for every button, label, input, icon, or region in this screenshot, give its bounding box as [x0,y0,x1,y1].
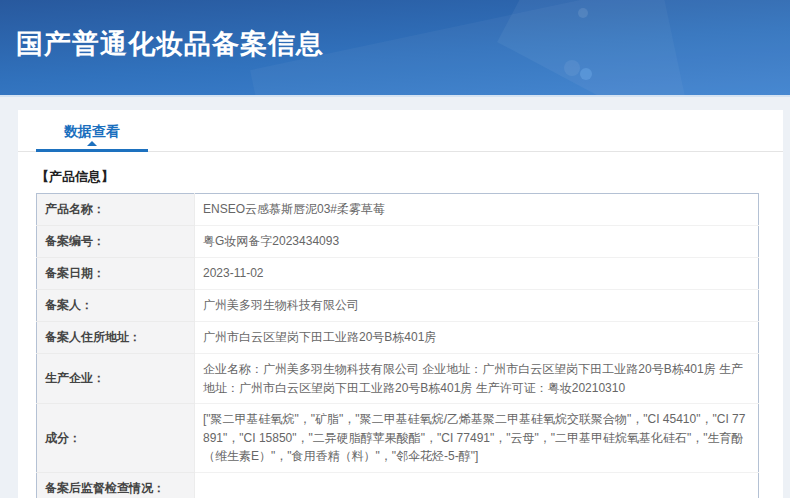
row-value [195,472,759,498]
table-row: 备案后监督检查情况： [37,472,759,498]
tabs-row: 数据查看 [18,110,783,152]
row-label: 备案人： [37,290,195,322]
header-decoration-dot [564,60,580,76]
row-value: 企业名称：广州美多羽生物科技有限公司 企业地址：广州市白云区望岗下田工业路20号… [195,354,759,404]
row-value: ENSEO云感慕斯唇泥03#柔雾草莓 [195,194,759,226]
table-row: 生产企业： 企业名称：广州美多羽生物科技有限公司 企业地址：广州市白云区望岗下田… [37,354,759,404]
table-row: 备案日期： 2023-11-02 [37,258,759,290]
row-label: 备案后监督检查情况： [37,472,195,498]
section-title-product-info: 【产品信息】 [36,168,783,186]
table-row: 备案人住所地址： 广州市白云区望岗下田工业路20号B栋401房 [37,322,759,354]
row-value: 广州美多羽生物科技有限公司 [195,290,759,322]
table-row: 备案编号： 粤G妆网备字2023434093 [37,226,759,258]
tab-data-view[interactable]: 数据查看 [36,111,148,152]
page-header: 国产普通化妆品备案信息 [0,0,790,97]
content-card: 数据查看 【产品信息】 产品名称： ENSEO云感慕斯唇泥03#柔雾草莓 备案编… [18,110,783,498]
row-label: 成分： [37,404,195,473]
product-info-table-body: 产品名称： ENSEO云感慕斯唇泥03#柔雾草莓 备案编号： 粤G妆网备字202… [37,194,759,498]
header-decoration-dot [578,8,588,18]
row-label: 备案编号： [37,226,195,258]
table-row: 产品名称： ENSEO云感慕斯唇泥03#柔雾草莓 [37,194,759,226]
product-info-table: 产品名称： ENSEO云感慕斯唇泥03#柔雾草莓 备案编号： 粤G妆网备字202… [36,193,759,498]
table-row: 成分： ["聚二甲基硅氧烷"，"矿脂"，"聚二甲基硅氧烷/乙烯基聚二甲基硅氧烷交… [37,404,759,473]
row-value: 广州市白云区望岗下田工业路20号B栋401房 [195,322,759,354]
row-value: ["聚二甲基硅氧烷"，"矿脂"，"聚二甲基硅氧烷/乙烯基聚二甲基硅氧烷交联聚合物… [195,404,759,473]
row-value: 2023-11-02 [195,258,759,290]
header-decoration-dot [580,68,592,80]
row-label: 备案人住所地址： [37,322,195,354]
row-label: 备案日期： [37,258,195,290]
row-label: 生产企业： [37,354,195,404]
table-row: 备案人： 广州美多羽生物科技有限公司 [37,290,759,322]
page-title: 国产普通化妆品备案信息 [16,26,324,62]
row-label: 产品名称： [37,194,195,226]
row-value: 粤G妆网备字2023434093 [195,226,759,258]
